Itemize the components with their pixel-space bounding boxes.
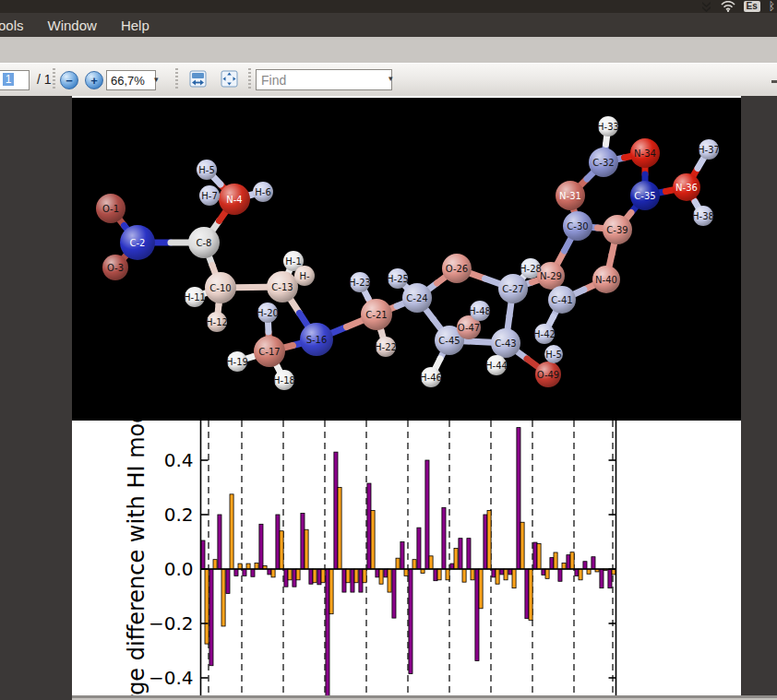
- svg-text:N-29: N-29: [540, 271, 562, 281]
- svg-text:H-48: H-48: [469, 306, 491, 316]
- menu-item-help[interactable]: Help: [121, 18, 149, 33]
- find-placeholder: Find: [261, 73, 286, 88]
- toolbar-separator: [53, 68, 55, 90]
- svg-text:C-8: C-8: [197, 238, 212, 248]
- svg-text:N-36: N-36: [675, 183, 698, 193]
- find-caret-icon[interactable]: ▾: [388, 74, 393, 83]
- zoom-level-input[interactable]: 66,7%: [106, 70, 156, 90]
- svg-text:O-47: O-47: [458, 323, 480, 333]
- fit-page-button[interactable]: [221, 70, 238, 88]
- fit-width-button[interactable]: [189, 70, 207, 88]
- find-input[interactable]: Find: [256, 69, 392, 90]
- menu-item-tools[interactable]: ools: [0, 18, 24, 33]
- svg-text:0.0: 0.0: [164, 558, 194, 580]
- svg-text:−0.4: −0.4: [149, 667, 194, 689]
- svg-text:H-25: H-25: [387, 274, 409, 284]
- svg-text:N-4: N-4: [226, 195, 242, 205]
- page-number-input[interactable]: 1: [0, 70, 30, 90]
- zoom-in-button[interactable]: +: [85, 71, 103, 89]
- svg-text:0.2: 0.2: [164, 504, 194, 526]
- charge-difference-chart: 0.40.20.0−0.2−0.4harge difference with H…: [72, 421, 741, 700]
- svg-text:H-42: H-42: [533, 329, 556, 339]
- svg-text:H-23: H-23: [349, 278, 371, 288]
- svg-text:H-19: H-19: [226, 357, 248, 367]
- svg-text:C-13: C-13: [271, 282, 293, 292]
- svg-text:H-37: H-37: [698, 145, 720, 155]
- menu-item-window[interactable]: Window: [48, 18, 97, 33]
- svg-text:C-24: C-24: [406, 293, 427, 303]
- system-bar: Es ᛒ: [0, 0, 777, 13]
- svg-text:−0.2: −0.2: [149, 612, 194, 635]
- svg-text:C-27: C-27: [502, 284, 523, 294]
- svg-text:H-18: H-18: [273, 375, 295, 386]
- svg-text:C-10: C-10: [209, 283, 231, 293]
- application-window: Es ᛒ ools Window Help 1 / 1 − + 66,7% ▾: [0, 0, 777, 700]
- zoom-level-caret-icon[interactable]: ▾: [154, 75, 159, 84]
- svg-text:C-43: C-43: [495, 338, 516, 349]
- svg-text:C-17: C-17: [258, 347, 280, 357]
- clipped-toolbar-element: [771, 80, 777, 83]
- svg-text:C-32: C-32: [592, 158, 614, 168]
- svg-text:N-34: N-34: [634, 148, 656, 159]
- svg-text:H-38: H-38: [692, 211, 714, 221]
- svg-text:C-21: C-21: [365, 310, 387, 320]
- svg-text:H-28: H-28: [520, 264, 542, 274]
- svg-text:H-44: H-44: [485, 361, 508, 371]
- svg-text:C-2: C-2: [130, 238, 146, 248]
- svg-text:H-5: H-5: [545, 350, 562, 360]
- svg-text:H-5: H-5: [198, 165, 215, 175]
- svg-text:N-40: N-40: [595, 275, 617, 285]
- toolbar: 1 / 1 − + 66,7% ▾ Find ▾: [0, 63, 777, 99]
- keyboard-layout-indicator[interactable]: Es: [744, 1, 760, 12]
- zoom-out-button[interactable]: −: [60, 71, 78, 89]
- viewer-background-left: [0, 96, 72, 700]
- toolbar-separator: [175, 68, 178, 90]
- zoom-level-value: 66,7%: [111, 74, 145, 88]
- system-tray: Es ᛒ: [700, 0, 777, 13]
- molecule-figure: O-1C-2O-3N-4H-5H-6H-7C-8C-10H-11H-12C-13…: [72, 98, 741, 421]
- svg-text:C-45: C-45: [438, 336, 460, 346]
- svg-text:0.4: 0.4: [164, 449, 194, 471]
- svg-text:H-6: H-6: [255, 187, 271, 197]
- svg-text:H-12: H-12: [206, 317, 228, 327]
- svg-text:H-46: H-46: [420, 373, 442, 383]
- svg-text:H-33: H-33: [597, 122, 619, 132]
- svg-text:N-31: N-31: [559, 191, 581, 201]
- svg-text:O-3: O-3: [107, 263, 124, 273]
- svg-text:H-1: H-1: [285, 256, 302, 267]
- download-indicator-icon[interactable]: [700, 1, 712, 12]
- wifi-icon[interactable]: [721, 1, 735, 12]
- page-total-label: / 1: [37, 72, 52, 87]
- svg-text:C-41: C-41: [551, 295, 572, 305]
- svg-text:S-16: S-16: [306, 335, 328, 345]
- bluetooth-icon[interactable]: ᛒ: [769, 1, 775, 12]
- svg-text:O-49: O-49: [537, 370, 559, 380]
- svg-text:O-1: O-1: [102, 204, 119, 214]
- svg-text:harge difference with HI mode: harge difference with HI mode: [124, 421, 149, 700]
- page-number-selected-text: 1: [3, 73, 14, 86]
- toolbar-separator: [248, 68, 251, 90]
- svg-text:H-: H-: [299, 271, 310, 281]
- viewer-background-right: [741, 96, 777, 696]
- svg-text:H-20: H-20: [257, 308, 279, 318]
- svg-text:O-26: O-26: [446, 264, 468, 274]
- svg-text:C-39: C-39: [606, 225, 628, 235]
- svg-text:H-11: H-11: [184, 292, 206, 303]
- svg-text:C-35: C-35: [634, 191, 655, 201]
- svg-text:H-22: H-22: [375, 342, 397, 352]
- svg-text:C-30: C-30: [567, 221, 588, 231]
- menu-bar: ools Window Help: [0, 13, 777, 37]
- toolbar-gray-band: [0, 37, 777, 64]
- svg-text:H-7: H-7: [201, 191, 218, 201]
